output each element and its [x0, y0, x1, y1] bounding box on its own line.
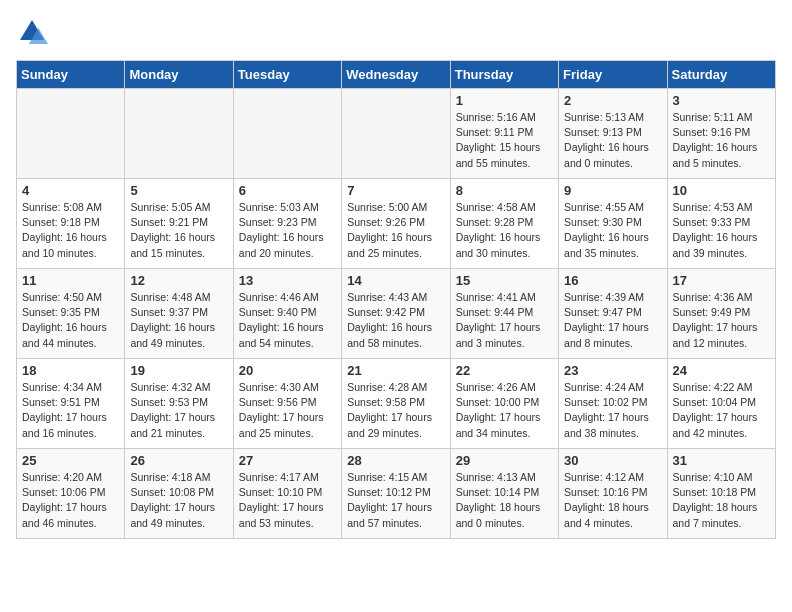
logo	[16, 16, 52, 48]
day-number: 15	[456, 273, 553, 288]
day-info: Sunrise: 4:10 AM Sunset: 10:18 PM Daylig…	[673, 470, 770, 531]
calendar-cell: 26Sunrise: 4:18 AM Sunset: 10:08 PM Dayl…	[125, 449, 233, 539]
calendar-week-row: 18Sunrise: 4:34 AM Sunset: 9:51 PM Dayli…	[17, 359, 776, 449]
day-number: 31	[673, 453, 770, 468]
day-info: Sunrise: 5:16 AM Sunset: 9:11 PM Dayligh…	[456, 110, 553, 171]
day-info: Sunrise: 4:32 AM Sunset: 9:53 PM Dayligh…	[130, 380, 227, 441]
day-number: 4	[22, 183, 119, 198]
calendar-cell: 7Sunrise: 5:00 AM Sunset: 9:26 PM Daylig…	[342, 179, 450, 269]
calendar-cell: 25Sunrise: 4:20 AM Sunset: 10:06 PM Dayl…	[17, 449, 125, 539]
day-info: Sunrise: 4:18 AM Sunset: 10:08 PM Daylig…	[130, 470, 227, 531]
day-info: Sunrise: 4:30 AM Sunset: 9:56 PM Dayligh…	[239, 380, 336, 441]
day-info: Sunrise: 4:26 AM Sunset: 10:00 PM Daylig…	[456, 380, 553, 441]
day-number: 23	[564, 363, 661, 378]
day-info: Sunrise: 4:17 AM Sunset: 10:10 PM Daylig…	[239, 470, 336, 531]
day-info: Sunrise: 5:08 AM Sunset: 9:18 PM Dayligh…	[22, 200, 119, 261]
day-info: Sunrise: 5:03 AM Sunset: 9:23 PM Dayligh…	[239, 200, 336, 261]
day-info: Sunrise: 4:34 AM Sunset: 9:51 PM Dayligh…	[22, 380, 119, 441]
day-info: Sunrise: 4:43 AM Sunset: 9:42 PM Dayligh…	[347, 290, 444, 351]
day-number: 8	[456, 183, 553, 198]
day-number: 16	[564, 273, 661, 288]
day-number: 11	[22, 273, 119, 288]
day-number: 28	[347, 453, 444, 468]
day-number: 10	[673, 183, 770, 198]
calendar-cell	[342, 89, 450, 179]
calendar-cell: 30Sunrise: 4:12 AM Sunset: 10:16 PM Dayl…	[559, 449, 667, 539]
weekday-header: Saturday	[667, 61, 775, 89]
weekday-header: Tuesday	[233, 61, 341, 89]
calendar-cell: 14Sunrise: 4:43 AM Sunset: 9:42 PM Dayli…	[342, 269, 450, 359]
calendar-cell: 4Sunrise: 5:08 AM Sunset: 9:18 PM Daylig…	[17, 179, 125, 269]
day-number: 9	[564, 183, 661, 198]
day-info: Sunrise: 5:11 AM Sunset: 9:16 PM Dayligh…	[673, 110, 770, 171]
day-info: Sunrise: 4:15 AM Sunset: 10:12 PM Daylig…	[347, 470, 444, 531]
calendar-cell: 13Sunrise: 4:46 AM Sunset: 9:40 PM Dayli…	[233, 269, 341, 359]
calendar-cell: 15Sunrise: 4:41 AM Sunset: 9:44 PM Dayli…	[450, 269, 558, 359]
weekday-row: SundayMondayTuesdayWednesdayThursdayFrid…	[17, 61, 776, 89]
day-info: Sunrise: 5:00 AM Sunset: 9:26 PM Dayligh…	[347, 200, 444, 261]
day-number: 12	[130, 273, 227, 288]
day-info: Sunrise: 4:39 AM Sunset: 9:47 PM Dayligh…	[564, 290, 661, 351]
day-info: Sunrise: 4:12 AM Sunset: 10:16 PM Daylig…	[564, 470, 661, 531]
day-number: 5	[130, 183, 227, 198]
calendar-cell: 27Sunrise: 4:17 AM Sunset: 10:10 PM Dayl…	[233, 449, 341, 539]
calendar-cell: 11Sunrise: 4:50 AM Sunset: 9:35 PM Dayli…	[17, 269, 125, 359]
day-number: 22	[456, 363, 553, 378]
calendar-cell: 29Sunrise: 4:13 AM Sunset: 10:14 PM Dayl…	[450, 449, 558, 539]
day-info: Sunrise: 4:50 AM Sunset: 9:35 PM Dayligh…	[22, 290, 119, 351]
weekday-header: Thursday	[450, 61, 558, 89]
calendar-cell: 1Sunrise: 5:16 AM Sunset: 9:11 PM Daylig…	[450, 89, 558, 179]
day-number: 26	[130, 453, 227, 468]
day-number: 27	[239, 453, 336, 468]
calendar-cell	[17, 89, 125, 179]
day-info: Sunrise: 4:36 AM Sunset: 9:49 PM Dayligh…	[673, 290, 770, 351]
day-number: 3	[673, 93, 770, 108]
calendar-cell: 28Sunrise: 4:15 AM Sunset: 10:12 PM Dayl…	[342, 449, 450, 539]
day-info: Sunrise: 4:46 AM Sunset: 9:40 PM Dayligh…	[239, 290, 336, 351]
calendar-cell: 20Sunrise: 4:30 AM Sunset: 9:56 PM Dayli…	[233, 359, 341, 449]
day-info: Sunrise: 4:55 AM Sunset: 9:30 PM Dayligh…	[564, 200, 661, 261]
weekday-header: Wednesday	[342, 61, 450, 89]
day-number: 19	[130, 363, 227, 378]
calendar-cell: 3Sunrise: 5:11 AM Sunset: 9:16 PM Daylig…	[667, 89, 775, 179]
day-number: 20	[239, 363, 336, 378]
calendar-cell: 31Sunrise: 4:10 AM Sunset: 10:18 PM Dayl…	[667, 449, 775, 539]
day-info: Sunrise: 4:41 AM Sunset: 9:44 PM Dayligh…	[456, 290, 553, 351]
page-header	[16, 16, 776, 48]
calendar-table: SundayMondayTuesdayWednesdayThursdayFrid…	[16, 60, 776, 539]
calendar-body: 1Sunrise: 5:16 AM Sunset: 9:11 PM Daylig…	[17, 89, 776, 539]
calendar-cell: 19Sunrise: 4:32 AM Sunset: 9:53 PM Dayli…	[125, 359, 233, 449]
calendar-cell: 8Sunrise: 4:58 AM Sunset: 9:28 PM Daylig…	[450, 179, 558, 269]
weekday-header: Friday	[559, 61, 667, 89]
calendar-week-row: 4Sunrise: 5:08 AM Sunset: 9:18 PM Daylig…	[17, 179, 776, 269]
calendar-header: SundayMondayTuesdayWednesdayThursdayFrid…	[17, 61, 776, 89]
day-number: 14	[347, 273, 444, 288]
day-number: 2	[564, 93, 661, 108]
calendar-cell: 22Sunrise: 4:26 AM Sunset: 10:00 PM Dayl…	[450, 359, 558, 449]
calendar-cell: 16Sunrise: 4:39 AM Sunset: 9:47 PM Dayli…	[559, 269, 667, 359]
day-number: 18	[22, 363, 119, 378]
weekday-header: Sunday	[17, 61, 125, 89]
day-number: 21	[347, 363, 444, 378]
calendar-cell: 17Sunrise: 4:36 AM Sunset: 9:49 PM Dayli…	[667, 269, 775, 359]
day-number: 25	[22, 453, 119, 468]
calendar-cell: 6Sunrise: 5:03 AM Sunset: 9:23 PM Daylig…	[233, 179, 341, 269]
calendar-cell: 10Sunrise: 4:53 AM Sunset: 9:33 PM Dayli…	[667, 179, 775, 269]
day-info: Sunrise: 4:48 AM Sunset: 9:37 PM Dayligh…	[130, 290, 227, 351]
day-number: 30	[564, 453, 661, 468]
day-number: 17	[673, 273, 770, 288]
weekday-header: Monday	[125, 61, 233, 89]
calendar-cell: 23Sunrise: 4:24 AM Sunset: 10:02 PM Dayl…	[559, 359, 667, 449]
calendar-cell: 5Sunrise: 5:05 AM Sunset: 9:21 PM Daylig…	[125, 179, 233, 269]
day-info: Sunrise: 4:22 AM Sunset: 10:04 PM Daylig…	[673, 380, 770, 441]
day-info: Sunrise: 4:28 AM Sunset: 9:58 PM Dayligh…	[347, 380, 444, 441]
day-info: Sunrise: 4:24 AM Sunset: 10:02 PM Daylig…	[564, 380, 661, 441]
day-number: 6	[239, 183, 336, 198]
calendar-cell: 2Sunrise: 5:13 AM Sunset: 9:13 PM Daylig…	[559, 89, 667, 179]
day-number: 24	[673, 363, 770, 378]
calendar-cell: 12Sunrise: 4:48 AM Sunset: 9:37 PM Dayli…	[125, 269, 233, 359]
calendar-week-row: 11Sunrise: 4:50 AM Sunset: 9:35 PM Dayli…	[17, 269, 776, 359]
calendar-cell: 24Sunrise: 4:22 AM Sunset: 10:04 PM Dayl…	[667, 359, 775, 449]
calendar-cell	[125, 89, 233, 179]
day-number: 7	[347, 183, 444, 198]
